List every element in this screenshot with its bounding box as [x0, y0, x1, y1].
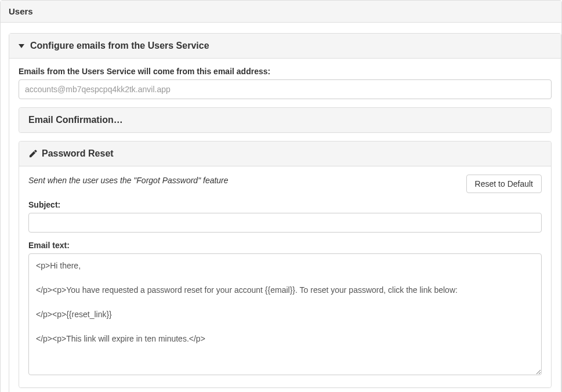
- password-reset-body: Sent when the user uses the "Forgot Pass…: [19, 166, 551, 387]
- email-text-group: Email text: <p>Hi there, </p><p>You have…: [28, 241, 542, 377]
- configure-emails-panel: Configure emails from the Users Service …: [9, 33, 561, 392]
- configure-emails-body: Emails from the Users Service will come …: [9, 59, 561, 392]
- password-reset-title: Password Reset: [42, 148, 114, 159]
- configure-emails-header[interactable]: Configure emails from the Users Service: [9, 34, 561, 59]
- email-confirmation-title: Email Confirmation…: [28, 115, 123, 125]
- from-address-input[interactable]: [19, 79, 552, 99]
- subject-input[interactable]: [28, 213, 542, 233]
- email-confirmation-header[interactable]: Email Confirmation…: [19, 108, 551, 132]
- chevron-down-icon: [19, 44, 24, 48]
- password-reset-description: Sent when the user uses the "Forgot Pass…: [28, 175, 229, 185]
- email-confirmation-panel: Email Confirmation…: [19, 107, 552, 133]
- email-text-input[interactable]: <p>Hi there, </p><p>You have requested a…: [28, 253, 542, 375]
- users-panel-title: Users: [9, 6, 33, 16]
- users-panel-header: Users: [1, 1, 561, 23]
- from-address-group: Emails from the Users Service will come …: [19, 67, 552, 99]
- subject-label: Subject:: [28, 200, 542, 209]
- users-panel: Users Configure emails from the Users Se…: [0, 0, 562, 392]
- password-reset-header[interactable]: Password Reset: [19, 141, 551, 166]
- configure-emails-title: Configure emails from the Users Service: [30, 41, 209, 51]
- email-text-label: Email text:: [28, 241, 542, 250]
- pencil-icon: [28, 150, 37, 158]
- reset-to-default-button[interactable]: Reset to Default: [466, 175, 542, 193]
- password-reset-panel: Password Reset Sent when the user uses t…: [19, 141, 552, 388]
- password-reset-desc-row: Sent when the user uses the "Forgot Pass…: [28, 175, 542, 193]
- users-panel-body: Configure emails from the Users Service …: [1, 23, 561, 392]
- from-address-label: Emails from the Users Service will come …: [19, 67, 552, 76]
- subject-group: Subject:: [28, 200, 542, 233]
